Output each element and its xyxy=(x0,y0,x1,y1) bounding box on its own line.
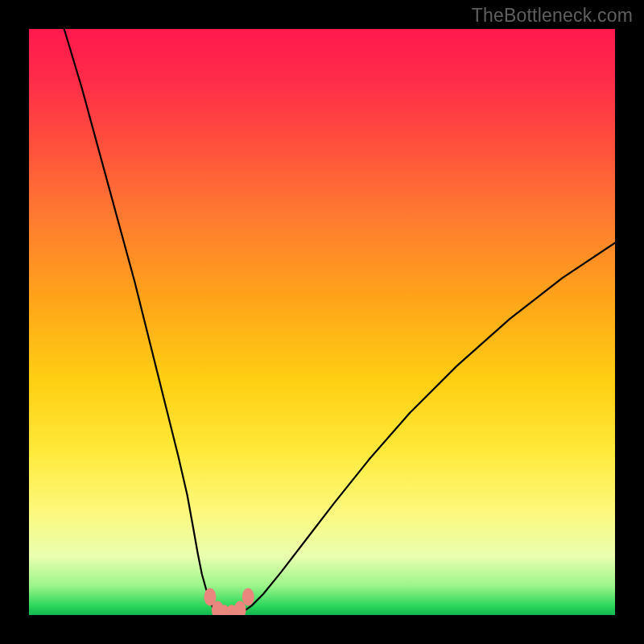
plot-area xyxy=(29,29,615,615)
curve-layer xyxy=(29,29,615,615)
bottleneck-curve xyxy=(64,29,615,615)
watermark-text: TheBottleneck.com xyxy=(472,5,633,27)
highlight-point xyxy=(242,588,254,605)
chart-frame: TheBottleneck.com xyxy=(0,0,644,644)
highlight-points xyxy=(204,588,254,615)
